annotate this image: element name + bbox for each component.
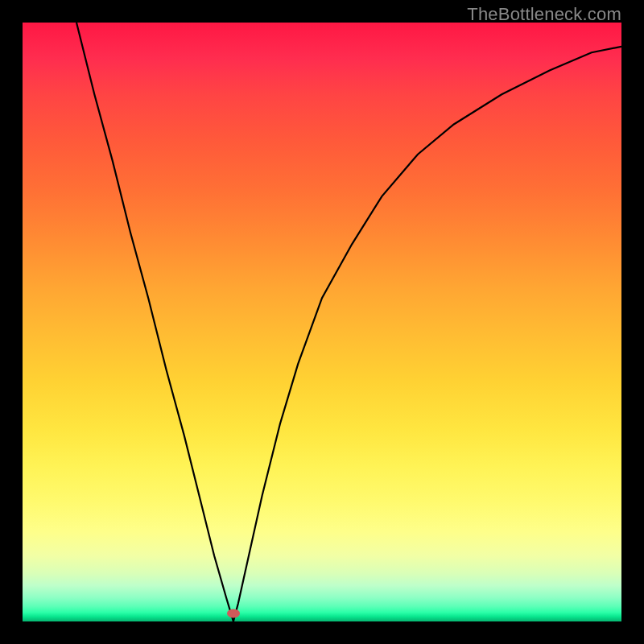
chart-plot-area [23, 23, 621, 621]
gradient-background [23, 23, 621, 621]
optimal-point-marker [227, 609, 240, 618]
watermark-text: TheBottleneck.com [467, 4, 621, 25]
